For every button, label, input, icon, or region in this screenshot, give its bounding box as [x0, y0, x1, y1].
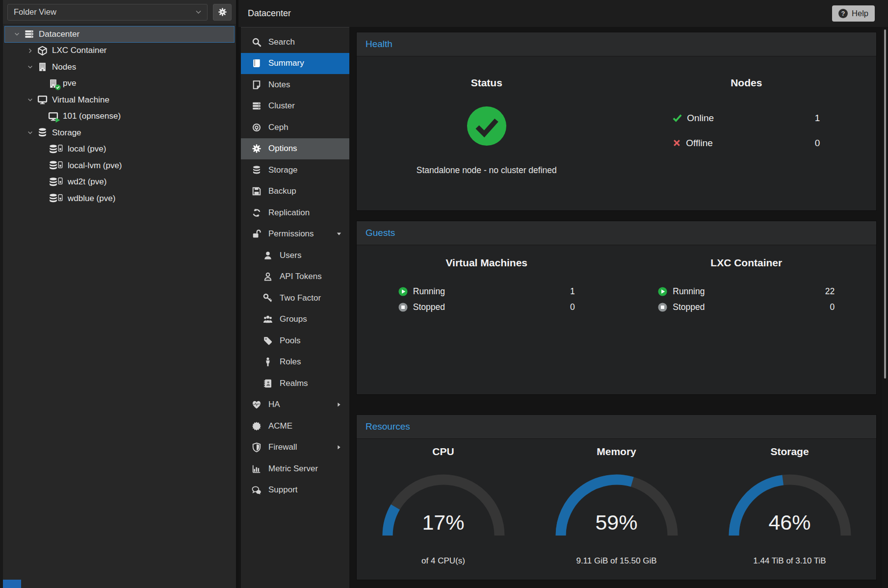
database-icon	[48, 144, 58, 154]
menu-item-permissions[interactable]: Permissions	[241, 224, 349, 245]
heartbeat-icon	[251, 400, 262, 409]
tree-item-label: pve	[63, 78, 76, 88]
gauge-storage: 46%	[724, 470, 856, 539]
tree-item-pve[interactable]: pve	[4, 76, 235, 92]
chat-icon	[251, 485, 262, 495]
chevron-right-icon[interactable]	[23, 48, 37, 54]
database-icon	[48, 160, 58, 171]
menu-item-label: Roles	[280, 357, 301, 367]
shield-icon	[251, 442, 262, 452]
menu-item-label: Groups	[280, 314, 307, 324]
drive-badge-icon	[57, 194, 64, 201]
menu-item-metric-server[interactable]: Metric Server	[241, 458, 349, 480]
menu-item-ha[interactable]: HA	[241, 394, 349, 416]
menu-item-support[interactable]: Support	[241, 480, 349, 501]
menu-item-summary[interactable]: Summary	[241, 53, 349, 75]
status-message: Standalone node - no cluster defined	[417, 165, 557, 176]
tree-item-lxc-container[interactable]: LXC Container	[4, 43, 235, 59]
tree-item-wd2t-pve[interactable]: wd2t (pve)	[4, 174, 235, 191]
menu-item-backup[interactable]: Backup	[241, 181, 349, 203]
tree-item-local-pve[interactable]: local (pve)	[4, 141, 235, 158]
node-status-label: Online	[687, 113, 714, 124]
tree-item-wdblue-pve[interactable]: wdblue (pve)	[4, 190, 235, 207]
guest-count-value: 22	[825, 286, 835, 297]
menu-item-roles[interactable]: Roles	[241, 352, 349, 373]
caret-right-icon[interactable]	[336, 444, 342, 450]
caret-down-icon[interactable]	[336, 231, 342, 237]
menu-item-storage[interactable]: Storage	[241, 159, 349, 181]
gauge-percent: 59%	[550, 511, 683, 535]
guest-row-running: Running22	[658, 283, 835, 299]
database-icon	[37, 128, 48, 138]
tree-item-virtual-machine[interactable]: Virtual Machine	[4, 92, 235, 108]
menu-item-label: Realms	[280, 379, 308, 388]
menu-item-search[interactable]: Search	[241, 31, 349, 53]
config-menu-items: SearchSummaryNotesClusterCephOptionsStor…	[241, 27, 349, 501]
chevron-down-icon[interactable]	[23, 64, 37, 70]
unlock-icon	[251, 229, 262, 239]
menu-item-acme[interactable]: ACME	[241, 415, 349, 437]
gauge-sublabel: of 4 CPU(s)	[421, 556, 465, 566]
status-column: Status Standalone node - no cluster defi…	[357, 56, 617, 176]
gauge-percent: 17%	[377, 511, 510, 535]
menu-item-options[interactable]: Options	[241, 138, 349, 160]
menu-item-label: Two Factor	[280, 293, 321, 303]
chevron-down-icon[interactable]	[10, 31, 24, 37]
tree-item-label: Nodes	[52, 62, 76, 72]
chevron-down-icon[interactable]	[23, 129, 37, 136]
tag-icon	[262, 336, 273, 346]
guest-column-virtual-machines: Virtual MachinesRunning1Stopped0	[357, 245, 617, 315]
tree-settings-button[interactable]	[213, 4, 232, 21]
chevron-down-icon	[195, 8, 202, 16]
node-status-label: Offline	[686, 138, 713, 149]
menu-item-cluster[interactable]: Cluster	[241, 96, 349, 117]
tree-item-label: wd2t (pve)	[68, 177, 106, 187]
vertical-scrollbar[interactable]	[882, 27, 888, 588]
tree-item-nodes[interactable]: Nodes	[4, 59, 235, 76]
menu-item-groups[interactable]: Groups	[241, 309, 349, 331]
tree-item-label: local (pve)	[68, 144, 106, 154]
monitor-icon	[37, 95, 48, 105]
view-mode-select[interactable]: Folder View	[7, 4, 208, 21]
resource-title: CPU	[432, 446, 454, 458]
floppy-icon	[251, 186, 262, 196]
guest-row-stopped: Stopped0	[398, 299, 575, 315]
help-button[interactable]: ? Help	[832, 5, 875, 22]
tree-item-datacenter[interactable]: Datacenter	[4, 26, 235, 43]
guest-state-label: Stopped	[673, 302, 705, 312]
menu-item-pools[interactable]: Pools	[241, 330, 349, 352]
guests-panel-body: Virtual MachinesRunning1Stopped0LXC Cont…	[357, 245, 876, 315]
person-icon	[262, 357, 273, 367]
menu-item-replication[interactable]: Replication	[241, 202, 349, 224]
scrollbar-thumb[interactable]	[884, 29, 886, 379]
menu-item-ceph[interactable]: Ceph	[241, 117, 349, 138]
menu-item-two-factor[interactable]: Two Factor	[241, 287, 349, 309]
guest-count-value: 0	[570, 302, 575, 312]
tree-item-storage[interactable]: Storage	[4, 125, 235, 141]
menu-item-firewall[interactable]: Firewall	[241, 437, 349, 459]
gauge-percent: 46%	[724, 511, 856, 535]
tree-item-label: wdblue (pve)	[68, 194, 115, 204]
menu-item-notes[interactable]: Notes	[241, 74, 349, 96]
menu-item-api-tokens[interactable]: API Tokens	[241, 266, 349, 288]
menu-item-realms[interactable]: Realms	[241, 373, 349, 394]
guest-count-value: 1	[570, 286, 575, 297]
tree-item-label: LXC Container	[52, 46, 107, 55]
resources-panel-body: CPU17%of 4 CPU(s)Memory59%9.11 GiB of 15…	[357, 439, 876, 566]
tree-item-local-lvm-pve[interactable]: local-lvm (pve)	[4, 157, 235, 174]
resources-panel: Resources CPU17%of 4 CPU(s)Memory59%9.11…	[356, 414, 877, 580]
caret-right-icon[interactable]	[336, 402, 342, 408]
gauge-memory: 59%	[550, 470, 683, 539]
menu-item-label: Permissions	[268, 229, 314, 239]
menu-item-label: Search	[268, 37, 295, 47]
menu-item-label: Cluster	[268, 101, 295, 111]
chevron-down-icon[interactable]	[23, 97, 37, 103]
tree-item-label: local-lvm (pve)	[68, 161, 122, 171]
menu-item-users[interactable]: Users	[241, 245, 349, 266]
main-content: Health Status Standalone node - no clust…	[349, 27, 888, 588]
tree-toolbar: Folder View	[3, 0, 236, 25]
key-icon	[262, 293, 273, 303]
health-panel-title: Health	[366, 39, 392, 50]
tree-item-101-opnsense[interactable]: 101 (opnsense)	[4, 108, 235, 125]
status-title: Status	[471, 77, 502, 89]
